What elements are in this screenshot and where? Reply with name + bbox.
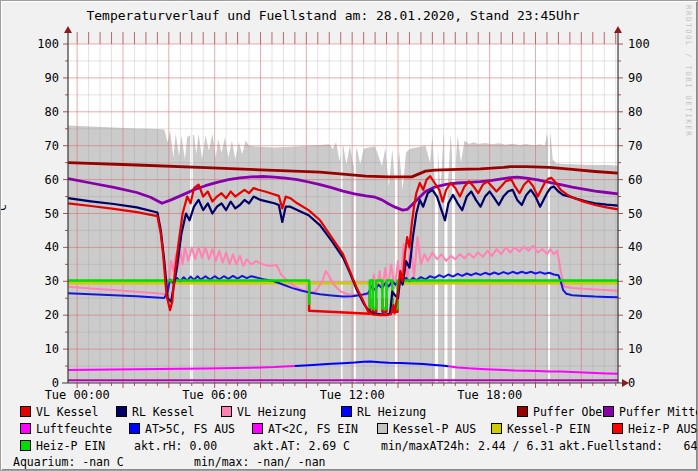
y-tick-label-right: 30 <box>628 274 642 288</box>
legend-color-swatch <box>20 440 31 451</box>
y-tick-label-left: 30 <box>45 274 59 288</box>
y-tick-label-right: 60 <box>628 173 642 187</box>
y-tick-label-left: 80 <box>45 105 59 119</box>
y-tick-label-left: 60 <box>45 173 59 187</box>
legend-color-swatch <box>116 406 127 417</box>
y-tick-label-left: 40 <box>45 240 59 254</box>
status-text: akt.rH: 0.00 <box>134 440 217 453</box>
y-tick-label-left: 100 <box>37 37 59 51</box>
y-tick-label-right: 80 <box>628 105 642 119</box>
legend-item-heiz-p-ein: Heiz-P EIN <box>20 440 105 453</box>
legend-label: RL Kessel <box>132 405 194 419</box>
y-tick-label-left: 70 <box>45 139 59 153</box>
legend-item-vl-heizung: VL Heizung <box>221 406 306 419</box>
arrow-up-right <box>614 26 622 33</box>
legend-label: VL Heizung <box>237 405 306 419</box>
legend-label: AT>5C, FS AUS <box>145 422 235 436</box>
legend-color-swatch <box>517 406 528 417</box>
legend-label: Puffer Oben <box>533 405 609 419</box>
y-tick-label-right: 90 <box>628 71 642 85</box>
x-tick-label: Tue 00:00 <box>45 388 110 402</box>
y-tick-label-left: 10 <box>45 342 59 356</box>
legend-label: Kessel-P AUS <box>393 422 476 436</box>
y-tick-label-right: 50 <box>628 207 642 221</box>
arrow-up-left <box>64 26 72 33</box>
legend-color-swatch <box>612 423 623 434</box>
rrdtool-watermark: RRDTOOL / TOBI OETIKER <box>684 5 693 137</box>
legend-item-kessel-p-aus: Kessel-P AUS <box>377 423 476 436</box>
legend-label: Heiz-P AUS <box>628 422 697 436</box>
legend-color-swatch <box>129 423 140 434</box>
x-tick-label: Tue 12:00 <box>320 388 385 402</box>
status-text: akt.Fuellstand: 64 <box>559 440 697 453</box>
legend-color-swatch <box>252 423 263 434</box>
legend-item-at-2c-fs-ein: AT<2C, FS EIN <box>252 423 358 436</box>
legend-color-swatch <box>603 406 614 417</box>
legend-item-vl-kessel: VL Kessel <box>20 406 98 419</box>
legend-item-heiz-p-aus: Heiz-P AUS <box>612 423 697 436</box>
y-tick-label-right: 20 <box>628 308 642 322</box>
rrdtool-graph: Temperaturverlauf und Fuellstand am: 28.… <box>0 0 698 471</box>
legend-item-puffer-mitte: Puffer Mitte <box>603 406 698 419</box>
chart-canvas: 0010102020303040405050606070708080909010… <box>1 1 698 403</box>
x-tick-label: Tue 06:00 <box>182 388 247 402</box>
y-tick-label-left: 50 <box>45 207 59 221</box>
legend-label: VL Kessel <box>36 405 98 419</box>
y-tick-label-right: 0 <box>628 376 635 390</box>
status-text: min/max: -nan/ -nan <box>194 456 326 469</box>
legend-color-swatch <box>221 406 232 417</box>
legend-color-swatch <box>341 406 352 417</box>
legend-color-swatch <box>20 423 31 434</box>
legend-item-luftfeuchte: Luftfeuchte <box>20 423 112 436</box>
legend-label: Heiz-P EIN <box>36 439 105 453</box>
y-tick-label-right: 40 <box>628 240 642 254</box>
legend-label: Puffer Mitte <box>619 405 698 419</box>
legend-label: RL Heizung <box>357 405 426 419</box>
legend-item-kessel-p-ein: Kessel-P EIN <box>491 423 590 436</box>
status-text: min/maxAT24h: 2.44 / 6.31 <box>381 440 554 453</box>
y-tick-label-left: 20 <box>45 308 59 322</box>
legend-item-puffer-oben: Puffer Oben <box>517 406 609 419</box>
legend-label: AT<2C, FS EIN <box>268 422 358 436</box>
legend-color-swatch <box>491 423 502 434</box>
legend-color-swatch <box>20 406 31 417</box>
y-tick-label-right: 10 <box>628 342 642 356</box>
legend-color-swatch <box>377 423 388 434</box>
y-tick-label-left: 90 <box>45 71 59 85</box>
legend-label: Kessel-P EIN <box>507 422 590 436</box>
status-text: akt.AT: 2.69 C <box>253 440 350 453</box>
legend-label: Luftfeuchte <box>36 422 112 436</box>
x-tick-label: Tue 18:00 <box>457 388 522 402</box>
y-tick-label-right: 100 <box>628 37 650 51</box>
status-text: Aquarium: -nan C <box>13 456 124 469</box>
legend-item-rl-kessel: RL Kessel <box>116 406 194 419</box>
y-tick-label-right: 70 <box>628 139 642 153</box>
legend-item-rl-heizung: RL Heizung <box>341 406 426 419</box>
legend-item-at-5c-fs-aus: AT>5C, FS AUS <box>129 423 235 436</box>
